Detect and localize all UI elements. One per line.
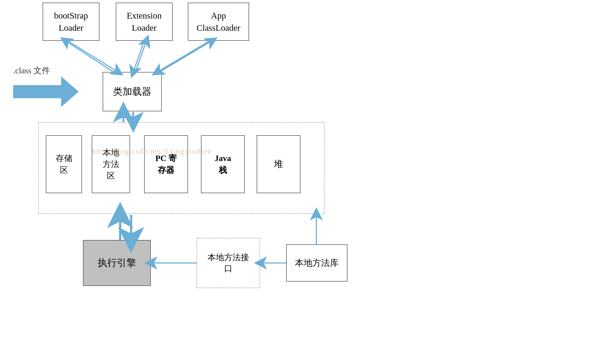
- bootstrap-to-classloader-arrow: [68, 41, 118, 72]
- diagram-container: bootStrap Loader Extension Loader App Cl…: [0, 0, 589, 364]
- class-file-label: .class 文件: [13, 65, 50, 76]
- native-library-label: 本地方法库: [295, 257, 339, 269]
- native-interface-box: 本地方法接 口: [197, 238, 260, 288]
- classloader-to-extension-arrow: [135, 41, 146, 72]
- java-stack-box: Java 栈: [201, 135, 245, 193]
- execution-engine-label: 执行引擎: [98, 256, 136, 270]
- app-classloader-label: App ClassLoader: [197, 10, 240, 34]
- appclassloader-to-classloader-arrow: [157, 41, 210, 72]
- class-loader-label: 类加载器: [113, 85, 151, 98]
- extension-loader-label: Extension Loader: [127, 10, 162, 34]
- pc-register-label: PC 寄 存器: [155, 153, 177, 176]
- execution-engine-box: 执行引擎: [83, 240, 151, 286]
- pc-register-box: PC 寄 存器: [144, 135, 188, 193]
- local-method-area-box: 本地 方法 区: [92, 135, 130, 193]
- classloader-to-appclassloader-arrow: [160, 41, 212, 72]
- native-library-box: 本地方法库: [286, 244, 347, 281]
- heap-box: 堆: [257, 135, 300, 193]
- bootstrap-loader-label: bootStrap Loader: [54, 10, 88, 34]
- native-interface-label: 本地方法接 口: [207, 252, 249, 274]
- storage-area-label: 存储 区: [56, 153, 72, 176]
- local-method-area-label: 本地 方法 区: [103, 147, 119, 182]
- classloader-to-bootstrap-arrow: [66, 41, 114, 72]
- java-stack-label: Java 栈: [214, 153, 231, 176]
- storage-area-box: 存储 区: [46, 135, 82, 193]
- class-loader-box: 类加载器: [103, 72, 162, 111]
- heap-label: 堆: [274, 158, 283, 171]
- app-classloader-box: App ClassLoader: [188, 3, 249, 41]
- extension-to-classloader-arrow: [133, 41, 144, 72]
- extension-loader-box: Extension Loader: [116, 3, 173, 41]
- class-file-arrow: [13, 76, 79, 107]
- bootstrap-loader-box: bootStrap Loader: [43, 3, 99, 41]
